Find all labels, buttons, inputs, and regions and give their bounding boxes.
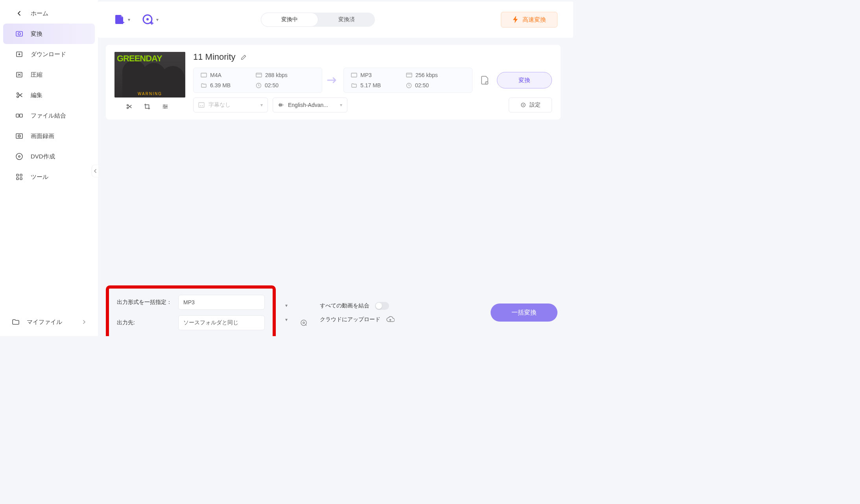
src-size: 6.39 MB bbox=[210, 82, 231, 88]
output-highlight: 出力形式を一括指定： MP3 出力先: ソースフォルダと同じ bbox=[106, 285, 276, 336]
sidebar-item-dvd[interactable]: DVD作成 bbox=[3, 146, 95, 167]
open-folder-icon[interactable] bbox=[297, 316, 310, 329]
sidebar-home[interactable]: ホーム bbox=[3, 3, 95, 24]
sidebar-label: 画面録画 bbox=[31, 132, 54, 140]
bottom-bar: 出力形式を一括指定： MP3 出力先: ソースフォルダと同じ ▾ ▾ bbox=[98, 289, 573, 336]
merge-row: すべての動画を結合 bbox=[320, 302, 395, 310]
scissors-icon bbox=[15, 91, 24, 99]
edit-title-icon[interactable] bbox=[240, 53, 247, 61]
cloud-row: クラウドにアップロード bbox=[320, 316, 395, 323]
tab-label: 変換済 bbox=[338, 16, 355, 23]
sidebar-item-convert[interactable]: 変換 bbox=[3, 24, 95, 44]
chevron-down-icon: ▾ bbox=[340, 102, 342, 108]
convert-button-label: 変換 bbox=[519, 77, 530, 83]
batch-convert-label: 一括変換 bbox=[511, 309, 537, 316]
svg-point-34 bbox=[522, 104, 524, 105]
merge-toggle[interactable] bbox=[375, 302, 389, 310]
chevron-down-icon: ▾ bbox=[156, 17, 159, 22]
sidebar-label: 変換 bbox=[31, 30, 42, 38]
src-bitrate: 288 kbps bbox=[265, 72, 288, 78]
file-card: GREENDAY WARNING 11 Minority bbox=[106, 45, 561, 120]
sidebar-label: DVD作成 bbox=[31, 153, 55, 160]
svg-rect-6 bbox=[16, 114, 19, 117]
add-dvd-button[interactable]: ▾ bbox=[142, 14, 159, 26]
sidebar-label: ダウンロード bbox=[31, 51, 66, 58]
effects-icon[interactable] bbox=[162, 103, 169, 110]
output-dest-select[interactable]: ソースフォルダと同じ bbox=[178, 315, 265, 330]
svg-rect-7 bbox=[20, 114, 22, 117]
tab-converted[interactable]: 変換済 bbox=[318, 13, 375, 27]
audio-select[interactable]: English-Advan... ▾ bbox=[273, 97, 347, 112]
target-info: MP3 256 kbps 5.17 MB 02:50 bbox=[343, 68, 472, 93]
convert-icon bbox=[15, 29, 24, 38]
svg-rect-14 bbox=[20, 174, 22, 176]
thumb-tools bbox=[114, 101, 185, 112]
convert-button[interactable]: 変換 bbox=[497, 72, 552, 88]
crop-icon[interactable] bbox=[144, 103, 151, 110]
tab-label: 変換中 bbox=[281, 16, 298, 23]
sidebar-label: ファイル結合 bbox=[31, 112, 66, 120]
sidebar-collapse-button[interactable] bbox=[92, 165, 98, 177]
record-icon bbox=[15, 132, 24, 140]
compress-icon bbox=[15, 70, 24, 79]
subtitle-select[interactable]: 字幕なし ▾ bbox=[193, 97, 268, 112]
status-tabs: 変換中 変換済 bbox=[261, 13, 375, 27]
svg-point-10 bbox=[19, 136, 20, 136]
settings-button-label: 設定 bbox=[530, 101, 541, 109]
arrow-right-icon bbox=[327, 76, 339, 85]
gear-icon bbox=[520, 102, 526, 108]
fast-convert-button[interactable]: 高速変換 bbox=[501, 12, 557, 28]
download-icon bbox=[15, 50, 24, 59]
folder-icon bbox=[12, 318, 20, 326]
sidebar-item-record[interactable]: 画面録画 bbox=[3, 126, 95, 146]
tools-icon bbox=[15, 173, 24, 181]
add-file-button[interactable]: ▾ bbox=[114, 14, 130, 26]
settings-button[interactable]: 設定 bbox=[509, 97, 552, 112]
output-format-value: MP3 bbox=[183, 299, 195, 305]
output-format-select[interactable]: MP3 bbox=[178, 295, 265, 310]
chevron-down-icon: ▾ bbox=[128, 17, 130, 22]
output-settings-icon[interactable] bbox=[477, 73, 492, 88]
svg-point-12 bbox=[18, 156, 20, 157]
format-dropdown-caret[interactable]: ▾ bbox=[285, 303, 288, 308]
cloud-label: クラウドにアップロード bbox=[320, 316, 380, 323]
sidebar-item-download[interactable]: ダウンロード bbox=[3, 44, 95, 64]
svg-point-23 bbox=[164, 107, 166, 109]
topbar: ▾ ▾ 変換中 変換済 高速変換 bbox=[98, 2, 573, 38]
sidebar-item-edit[interactable]: 編集 bbox=[3, 85, 95, 105]
sidebar-myfile-label: マイファイル bbox=[27, 318, 62, 326]
svg-point-18 bbox=[146, 18, 149, 20]
merge-label: すべての動画を結合 bbox=[320, 302, 369, 309]
chevron-left-icon bbox=[15, 9, 24, 18]
cloud-upload-icon[interactable] bbox=[386, 316, 395, 323]
audio-wave-icon bbox=[278, 102, 284, 108]
dst-bitrate: 256 kbps bbox=[415, 72, 438, 78]
svg-rect-25 bbox=[256, 73, 262, 77]
sidebar: ホーム 変換 ダウンロード 圧縮 bbox=[0, 0, 98, 336]
add-file-icon bbox=[114, 14, 125, 26]
sidebar-item-compress[interactable]: 圧縮 bbox=[3, 64, 95, 85]
add-disc-icon bbox=[142, 14, 154, 26]
sidebar-myfile[interactable]: マイファイル bbox=[0, 312, 98, 332]
svg-point-11 bbox=[16, 153, 22, 160]
file-title: 11 Minority bbox=[193, 52, 236, 62]
subtitle-icon bbox=[198, 102, 205, 108]
dest-dropdown-caret[interactable]: ▾ bbox=[285, 317, 288, 322]
output-dest-value: ソースフォルダと同じ bbox=[183, 319, 238, 326]
source-info: M4A 288 kbps 6.39 MB 02:50 bbox=[193, 68, 322, 93]
svg-rect-0 bbox=[16, 31, 22, 36]
sidebar-label: 編集 bbox=[31, 92, 42, 99]
batch-convert-button[interactable]: 一括変換 bbox=[491, 304, 557, 322]
sidebar-item-merge[interactable]: ファイル結合 bbox=[3, 105, 95, 126]
trim-icon[interactable] bbox=[125, 103, 133, 110]
chevron-down-icon: ▾ bbox=[260, 102, 263, 108]
sidebar-item-tools[interactable]: ツール bbox=[3, 167, 95, 187]
merge-icon bbox=[15, 111, 24, 120]
file-thumbnail[interactable]: GREENDAY WARNING bbox=[114, 52, 185, 97]
output-format-label: 出力形式を一括指定： bbox=[117, 299, 172, 306]
album-art-title: GREENDAY bbox=[117, 53, 162, 64]
fast-convert-label: 高速変換 bbox=[522, 16, 546, 24]
sidebar-home-label: ホーム bbox=[31, 10, 48, 17]
tab-converting[interactable]: 変換中 bbox=[261, 13, 318, 27]
sidebar-label: 圧縮 bbox=[31, 71, 42, 79]
